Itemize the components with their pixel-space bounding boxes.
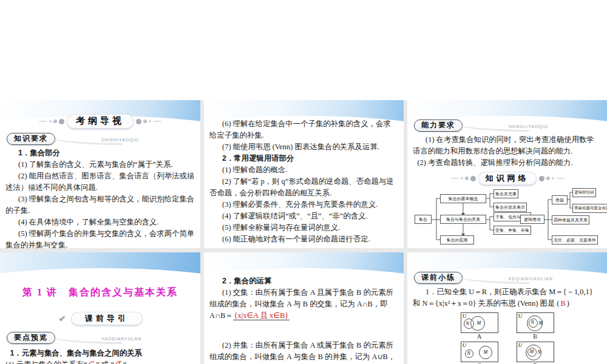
definition-union: (2) 并集：由所有属于集合 A 或属于集合 B 的元素所组成的集合，叫做集合 … — [209, 340, 398, 364]
banner-title: 知识网络 — [479, 172, 536, 184]
slide-6-pre-exercise[interactable]: 课前小练 KEQIANXIAOLIAN 1．已知全集 U＝R，则正确表示集合 M… — [407, 252, 607, 364]
network-node: 简单命题与复合命题 — [572, 204, 607, 213]
slide-2-logic-outline[interactable]: (6) 理解在给定集合中一个子集的补集的含义，会求给定子集的补集. (7) 能使… — [204, 100, 404, 248]
network-node: 命题 — [552, 195, 568, 204]
outline-item: (1) 理解命题的概念. — [209, 164, 398, 176]
banner-zhishiwangluo: 知识网络 — [413, 172, 602, 184]
tab-pinyin: NENGLIYAOQIU — [509, 124, 548, 129]
outline-item: (2) 能用自然语言、图形语言、集合语言（列举法或描述法）描述不同的具体问题. — [5, 170, 195, 194]
network-node: 逻辑用语 — [520, 215, 544, 224]
slide-4-lecture-title[interactable]: 第 1 讲 集合的含义与基本关系 ✔ 课前导引 要点预览 YAODIANYULA… — [0, 252, 200, 364]
network-node: 充分、必要、充要条件 — [552, 235, 598, 244]
venn-rect: U M N — [517, 342, 554, 362]
outline-item: (6) 能正确地对含有一个量词的命题进行否定. — [209, 234, 398, 245]
banner-title: 考纲导视 — [67, 115, 133, 128]
set-m-label: M — [477, 321, 481, 326]
universe-label: U — [518, 342, 523, 348]
network-node: 集合分类及表示 — [493, 203, 527, 212]
tab-label: 课前小练 — [414, 272, 463, 284]
exercise-question-1: 1．已知全集 U＝R，则正确表示集合 M＝{－1,0,1} 和 N＝{x|x²＋… — [413, 286, 602, 309]
q1-answer-notin: ∉ — [114, 360, 123, 364]
exq1-answer: B — [559, 299, 566, 308]
set-m-label: M — [539, 321, 543, 326]
checkmark-icon: ✔ — [58, 313, 66, 324]
network-node: 集合的应用 — [440, 235, 474, 244]
venn-option-c: U N M C — [461, 342, 498, 364]
heading-logic-part: 2．常用逻辑用语部分 — [209, 153, 398, 164]
venn-option-d: U M N D — [517, 342, 554, 364]
slide-1-exam-outline[interactable]: 考纲导视 知识要求 ZHISHIYAOQIU 1．集合部分 (1) 了解集合的含… — [0, 100, 200, 248]
tab-label: 能力要求 — [414, 120, 463, 132]
universe-label: U — [518, 313, 523, 319]
venn-option-a: U N M A — [461, 312, 498, 340]
ability-item: (1) 在考查集合知识的同时，突出考查准确使用数学语言的能力和用数形结合的思想解… — [413, 134, 602, 157]
outline-item: (3) 理解必要条件、充分条件与充要条件的意义. — [209, 199, 398, 211]
venn-options: U N M A U N — [413, 312, 602, 364]
outline-item: (1) 了解集合的含义、元素与集合的“属于”关系. — [5, 159, 195, 170]
outline-item: (7) 能使用韦恩 (Venn) 图表达集合的关系及运算. — [209, 141, 398, 153]
lecture-title: 第 1 讲 集合的含义与基本关系 — [5, 286, 195, 299]
section-tab-exercise: 课前小练 KEQIANXIAOLIAN — [414, 272, 602, 284]
network-node: 集合的基本概念 — [440, 194, 486, 203]
banner-dots-left — [39, 119, 64, 124]
outline-item: (3) 理解集合之间包含与相等的含义，能识别给定集合的子集. — [5, 194, 195, 217]
section-tab-preview: 要点预览 YAODIANYULAN — [7, 332, 195, 344]
venn-rect: U N M — [461, 342, 498, 362]
universe-label: U — [463, 313, 467, 319]
banner-dots-right — [539, 176, 565, 181]
universe-label: U — [463, 342, 467, 348]
exq1-suffix: ) — [567, 299, 569, 308]
section-tab-ability: 能力要求 NENGLIYAOQIU — [414, 120, 602, 132]
tab-pinyin: YAODIANYULAN — [101, 337, 141, 341]
option-letter: A — [461, 333, 498, 340]
banner-dots-right — [136, 119, 161, 124]
tab-label: 知识要求 — [7, 133, 55, 145]
heading-relation: 1．元素与集合、集合与集合之间的关系 — [5, 348, 195, 359]
network-node: 集合及元素 — [493, 189, 518, 198]
network-node: 交集、并集、补集 — [493, 226, 531, 235]
heading-set-part: 1．集合部分 — [5, 147, 195, 159]
banner-keqiandaoyin: ✔ 课前导引 — [5, 312, 195, 325]
slide-grid: 考纲导视 知识要求 ZHISHIYAOQIU 1．集合部分 (1) 了解集合的含… — [0, 100, 607, 364]
knowledge-network-diagram: 集合 集合的基本概念 集合与集合的关系 集合的应用 集合及元素 集合分类及表示 … — [413, 188, 602, 248]
set-n-label: N — [466, 322, 469, 326]
tab-pinyin: KEQIANXIAOLIAN — [509, 277, 553, 281]
outline-item: (2) 了解“若 p，则 q”形式命题的逆命题、否命题与逆否命题，会分析四种命题… — [209, 176, 398, 199]
heading-operations: 2．集合的运算 — [209, 275, 398, 287]
definition-intersection: (1) 交集：由所有属于集合 A 且属于集合 B 的元素所组成的集合，叫做集合 … — [209, 287, 398, 322]
venn-option-b: U N M B — [517, 312, 554, 340]
set-m-label: M — [484, 350, 488, 355]
tab-pinyin: ZHISHIYAOQIU — [101, 138, 139, 142]
slide-5-set-operations[interactable]: 2．集合的运算 (1) 交集：由所有属于集合 A 且属于集合 B 的元素所组成的… — [204, 252, 404, 364]
slide-3-ability-network[interactable]: 能力要求 NENGLIYAOQIU (1) 在考查集合知识的同时，突出考查准确使… — [407, 100, 607, 248]
network-node: 集合 — [415, 215, 432, 224]
question-1: (1) 元素与集合的关系有“∈” 或 “∉”. — [5, 359, 195, 364]
venn-rect: U N M — [461, 312, 498, 333]
intersection-answer: {x|x∈A 且 x∈B} — [233, 311, 290, 320]
venn-rect: U N M — [517, 312, 554, 333]
union-text: (2) 并集：由所有属于集合 A 或属于集合 B 的元素所组成的集合，叫做集合 … — [209, 341, 395, 364]
outline-item: (4) 了解逻辑联结词“或”、“且”、“非”的含义. — [209, 211, 398, 222]
ability-item: (2) 考查命题转换、逻辑推理和分析问题的能力. — [413, 157, 602, 169]
tab-label: 要点预览 — [7, 332, 55, 344]
banner-title: 课前导引 — [72, 312, 142, 325]
q1-mid: ” 或 “ — [96, 360, 114, 364]
set-n-label: N — [467, 351, 470, 356]
network-node: 四种命题及其关系 — [552, 215, 589, 224]
outline-item: (5) 理解全称量词与存在量词的意义. — [209, 222, 398, 234]
outline-item: (6) 理解在给定集合中一个子集的补集的含义，会求给定子集的补集. — [209, 118, 398, 141]
q1-prefix: (1) 元素与集合的关系有“ — [5, 360, 87, 364]
outline-item: (5) 理解两个集合的并集与交集的含义，会求两个简单集合的并集与交集. — [5, 228, 195, 248]
network-node: 逻辑联结词 — [572, 188, 596, 197]
network-node: 集合与集合的关系 — [440, 215, 486, 224]
banner-kaogangdaoshi: 考纲导视 — [5, 115, 195, 128]
banner-dots-left — [450, 176, 476, 181]
set-n-label: N — [531, 320, 534, 325]
q1-suffix: ”. — [123, 360, 129, 364]
q1-answer-in: ∈ — [87, 360, 97, 364]
set-m-label: M — [530, 349, 534, 354]
outline-item: (4) 在具体情境中，了解全集与空集的含义. — [5, 217, 195, 228]
slides-preview-page: 考纲导视 知识要求 ZHISHIYAOQIU 1．集合部分 (1) 了解集合的含… — [0, 0, 607, 364]
section-tab-knowledge: 知识要求 ZHISHIYAOQIU — [7, 133, 195, 145]
option-letter: B — [517, 333, 554, 340]
